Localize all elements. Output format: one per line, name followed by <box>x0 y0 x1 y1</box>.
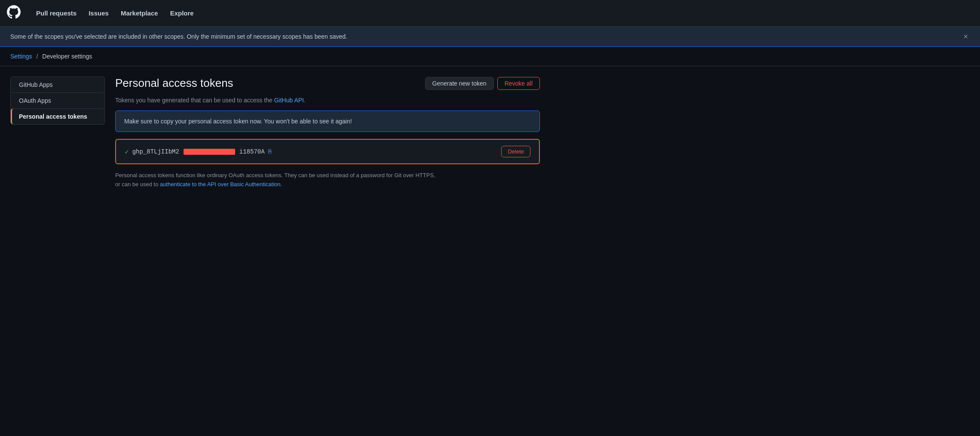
breadcrumb-settings-link[interactable]: Settings <box>10 53 32 60</box>
page-desc-suffix: . <box>304 97 306 104</box>
copy-icon[interactable]: ⎘ <box>268 148 272 155</box>
content-area: Personal access tokens Generate new toke… <box>115 77 540 189</box>
alert-close-button[interactable]: × <box>962 33 970 40</box>
sidebar: GitHub Apps OAuth Apps Personal access t… <box>10 77 105 125</box>
sidebar-item-personal-access-tokens[interactable]: Personal access tokens <box>11 108 104 124</box>
sidebar-item-oauth-apps[interactable]: OAuth Apps <box>11 92 104 108</box>
page-description: Tokens you have generated that can be us… <box>115 97 540 104</box>
delete-token-button[interactable]: Delete <box>501 146 530 157</box>
footer-text-1: Personal access tokens function like ord… <box>115 172 435 178</box>
github-logo-icon <box>7 5 21 21</box>
nav-explore[interactable]: Explore <box>165 6 199 20</box>
token-suffix: i18570A <box>239 148 265 155</box>
alert-message: Some of the scopes you've selected are i… <box>10 33 347 40</box>
nav-issues[interactable]: Issues <box>83 6 114 20</box>
page-header: Personal access tokens Generate new toke… <box>115 77 540 90</box>
top-nav: Pull requests Issues Marketplace Explore <box>0 0 980 27</box>
main-content: GitHub Apps OAuth Apps Personal access t… <box>0 66 550 200</box>
check-icon: ✓ <box>125 147 129 156</box>
footer-text: Personal access tokens function like ord… <box>115 171 540 189</box>
token-row: ✓ ghp_8TLjIIbM2i18570A ⎘ Delete <box>116 140 539 163</box>
nav-marketplace[interactable]: Marketplace <box>116 6 163 20</box>
info-box: Make sure to copy your personal access t… <box>115 111 540 132</box>
info-message: Make sure to copy your personal access t… <box>124 118 352 125</box>
generate-token-button[interactable]: Generate new token <box>425 77 494 90</box>
nav-links: Pull requests Issues Marketplace Explore <box>31 9 199 17</box>
footer-text-2: or can be used to <box>115 181 160 187</box>
token-prefix: ghp_8TLjIIbM2 <box>132 148 179 155</box>
nav-pull-requests[interactable]: Pull requests <box>31 6 82 20</box>
alert-banner: Some of the scopes you've selected are i… <box>0 27 980 47</box>
page-title: Personal access tokens <box>115 77 233 90</box>
breadcrumb: Settings / Developer settings <box>0 47 980 66</box>
github-api-link[interactable]: GitHub API <box>274 97 304 104</box>
header-buttons: Generate new token Revoke all <box>425 77 540 90</box>
basic-auth-link[interactable]: authenticate to the API over Basic Authe… <box>160 181 280 187</box>
token-redacted <box>184 149 235 155</box>
breadcrumb-current: Developer settings <box>42 53 92 60</box>
token-value: ✓ ghp_8TLjIIbM2i18570A ⎘ <box>125 147 272 156</box>
revoke-all-button[interactable]: Revoke all <box>497 77 540 90</box>
sidebar-item-github-apps[interactable]: GitHub Apps <box>11 77 104 92</box>
breadcrumb-separator: / <box>36 53 38 60</box>
token-row-wrapper: ✓ ghp_8TLjIIbM2i18570A ⎘ Delete <box>115 139 540 164</box>
page-desc-prefix: Tokens you have generated that can be us… <box>115 97 274 104</box>
footer-text-3: . <box>281 181 282 187</box>
